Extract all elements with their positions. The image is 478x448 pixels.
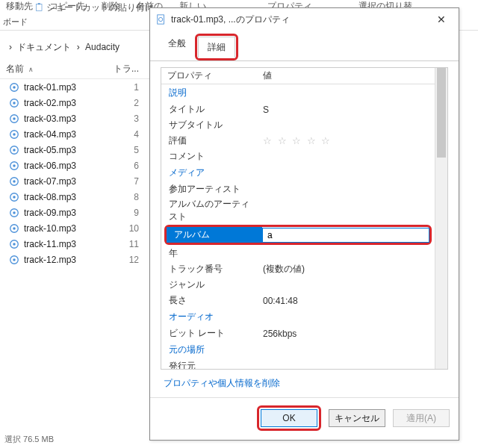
file-row[interactable]: track-06.mp36 <box>0 158 149 173</box>
tab-strip: 全般 詳細 <box>150 34 459 61</box>
svg-point-13 <box>13 164 16 167</box>
file-list: 名前∧ トラ... track-01.mp31track-02.mp32trac… <box>0 60 149 267</box>
status-bar: 選択 76.5 MB <box>0 434 54 445</box>
file-name: track-11.mp3 <box>24 239 124 249</box>
svg-point-25 <box>13 258 16 261</box>
svg-rect-0 <box>37 4 43 11</box>
dialog-title: track-01.mp3, ...のプロパティ <box>171 13 430 26</box>
scrollbar-thumb[interactable] <box>437 68 446 158</box>
file-name: track-10.mp3 <box>24 223 124 234</box>
file-name: track-01.mp3 <box>24 82 124 93</box>
svg-point-21 <box>13 227 16 230</box>
apply-button[interactable]: 適用(A) <box>393 409 450 427</box>
track-number: 4 <box>124 129 145 140</box>
file-row[interactable]: track-11.mp311 <box>0 236 149 252</box>
track-number: 7 <box>124 176 145 187</box>
section-description: 説明 <box>161 84 435 102</box>
section-media: メディア <box>161 164 435 181</box>
row-comment[interactable]: コメント <box>161 149 435 164</box>
svg-point-7 <box>13 117 16 120</box>
dialog-buttons: OK キャンセル 適用(A) <box>150 397 459 440</box>
file-name: track-06.mp3 <box>24 161 124 171</box>
svg-point-5 <box>13 102 16 105</box>
tab-general[interactable]: 全般 <box>159 34 195 60</box>
row-year[interactable]: 年 <box>161 246 435 261</box>
file-name: track-08.mp3 <box>24 192 124 202</box>
file-row[interactable]: track-01.mp31 <box>0 79 149 95</box>
svg-point-9 <box>13 133 16 136</box>
file-name: track-05.mp3 <box>24 145 124 155</box>
file-icon <box>156 14 167 25</box>
file-name: track-07.mp3 <box>24 176 124 187</box>
paste-shortcut-label: ショートカットの貼り付け <box>35 1 154 14</box>
section-audio: オーディオ <box>161 308 435 326</box>
property-list: プロパティ 値 説明 タイトルS サブタイトル 評価☆ ☆ ☆ ☆ ☆ コメント… <box>161 67 448 370</box>
svg-point-17 <box>13 196 16 199</box>
file-row[interactable]: track-02.mp32 <box>0 95 149 111</box>
titlebar[interactable]: track-01.mp3, ...のプロパティ ✕ <box>150 8 459 31</box>
row-bitrate[interactable]: ビット レート256kbps <box>161 326 435 341</box>
highlight-details-tab: 詳細 <box>195 34 238 60</box>
row-genre[interactable]: ジャンル <box>161 277 435 293</box>
row-album[interactable]: アルバム <box>167 227 429 243</box>
svg-point-15 <box>13 180 16 183</box>
row-track-number[interactable]: トラック番号(複数の値) <box>161 261 435 277</box>
file-row[interactable]: track-04.mp34 <box>0 126 149 142</box>
row-length[interactable]: 長さ00:41:48 <box>161 293 435 308</box>
file-row[interactable]: track-07.mp37 <box>0 173 149 189</box>
file-name: track-12.mp3 <box>24 255 124 265</box>
scrollbar[interactable] <box>435 68 447 369</box>
svg-point-23 <box>13 243 16 246</box>
file-row[interactable]: track-09.mp39 <box>0 205 149 220</box>
section-origin: 元の場所 <box>161 341 435 358</box>
track-number: 8 <box>124 192 145 202</box>
track-number: 11 <box>124 239 145 249</box>
svg-point-19 <box>13 211 16 214</box>
svg-point-3 <box>13 86 16 89</box>
file-row[interactable]: track-05.mp35 <box>0 142 149 158</box>
file-name: track-02.mp3 <box>24 98 124 108</box>
properties-dialog: track-01.mp3, ...のプロパティ ✕ 全般 詳細 プロパティ 値 … <box>149 7 459 441</box>
cancel-button[interactable]: キャンセル <box>329 409 385 427</box>
track-number: 12 <box>124 255 145 265</box>
close-icon[interactable]: ✕ <box>430 13 453 25</box>
track-number: 10 <box>124 223 145 234</box>
breadcrumb[interactable]: › ドキュメント › Audacity <box>7 41 121 54</box>
file-row[interactable]: track-03.mp33 <box>0 111 149 126</box>
col-property[interactable]: プロパティ <box>161 69 257 82</box>
remove-properties-link[interactable]: プロパティや個人情報を削除 <box>161 370 448 397</box>
album-input[interactable] <box>266 229 426 241</box>
col-value[interactable]: 値 <box>257 69 435 82</box>
sort-asc-icon: ∧ <box>28 66 34 73</box>
row-publisher[interactable]: 発行元 <box>161 358 435 369</box>
track-number: 5 <box>124 145 145 155</box>
track-number: 2 <box>124 98 145 108</box>
file-row[interactable]: track-10.mp310 <box>0 220 149 236</box>
row-contributing-artist[interactable]: 参加アーティスト <box>161 181 435 197</box>
tab-details[interactable]: 詳細 <box>198 37 235 58</box>
track-number: 1 <box>124 82 145 93</box>
file-row[interactable]: track-12.mp312 <box>0 252 149 267</box>
row-album-artist[interactable]: アルバムのアーティスト <box>161 197 435 224</box>
track-number: 3 <box>124 113 145 124</box>
album-input-wrap[interactable] <box>262 228 429 243</box>
column-headers[interactable]: 名前∧ トラ... <box>0 60 149 79</box>
row-title[interactable]: タイトルS <box>161 102 435 117</box>
file-row[interactable]: track-08.mp38 <box>0 189 149 205</box>
ok-button[interactable]: OK <box>261 409 317 427</box>
row-rating[interactable]: 評価☆ ☆ ☆ ☆ ☆ <box>161 133 435 149</box>
row-subtitle[interactable]: サブタイトル <box>161 117 435 133</box>
file-name: track-09.mp3 <box>24 208 124 218</box>
file-name: track-03.mp3 <box>24 113 124 124</box>
highlight-album-row: アルバム <box>164 225 432 245</box>
track-number: 6 <box>124 161 145 171</box>
svg-rect-1 <box>38 3 40 4</box>
highlight-ok-button: OK <box>257 405 321 431</box>
clipboard-group-label: ボード <box>0 16 28 28</box>
svg-point-11 <box>13 149 16 152</box>
file-name: track-04.mp3 <box>24 129 124 140</box>
track-number: 9 <box>124 208 145 218</box>
